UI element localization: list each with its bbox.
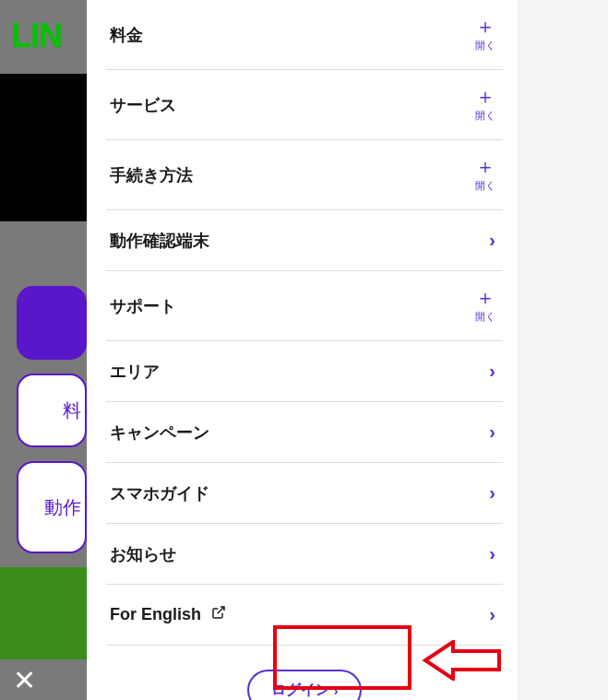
- menu-item-area[interactable]: エリア ›: [106, 341, 503, 402]
- menu-item-label: 動作確認端末: [110, 230, 209, 252]
- menu-item-procedure[interactable]: 手続き方法 ＋ 開く: [106, 140, 503, 210]
- plus-icon: ＋: [475, 157, 495, 177]
- menu-item-devices[interactable]: 動作確認端末 ›: [106, 210, 503, 271]
- menu-item-support[interactable]: サポート ＋ 開く: [106, 271, 503, 341]
- menu-item-service[interactable]: サービス ＋ 開く: [106, 70, 503, 140]
- bg-button-fragment-1: [17, 286, 87, 360]
- menu-item-label: キャンペーン: [110, 421, 209, 444]
- chevron-right-icon: ›: [489, 421, 495, 443]
- expand-label: 開く: [475, 310, 495, 324]
- expand-label: 開く: [475, 39, 495, 53]
- menu-item-smartphone-guide[interactable]: スマホガイド ›: [106, 463, 503, 524]
- menu-item-news[interactable]: お知らせ ›: [106, 524, 503, 585]
- menu-item-label: For English: [110, 605, 226, 625]
- external-link-icon: [211, 605, 226, 624]
- menu-item-campaign[interactable]: キャンペーン ›: [106, 402, 503, 463]
- menu-item-english[interactable]: For English ›: [106, 585, 503, 646]
- backdrop-overlay: LIN 料 動作 ✕: [0, 0, 87, 700]
- nav-menu-panel: 料金 ＋ 開く サービス ＋ 開く 手続き方法 ＋ 開く 動作確認端末 › サポ…: [88, 0, 518, 700]
- menu-item-label: お知らせ: [110, 543, 176, 565]
- login-button[interactable]: ログイン ›: [247, 670, 363, 700]
- menu-item-label: サポート: [110, 295, 176, 317]
- menu-item-label: サービス: [110, 94, 176, 116]
- menu-item-label: 料金: [110, 24, 143, 46]
- menu-item-label: スマホガイド: [110, 482, 209, 504]
- chevron-right-icon: ›: [489, 482, 495, 504]
- plus-icon: ＋: [475, 17, 495, 37]
- plus-icon: ＋: [475, 87, 495, 107]
- close-menu-button[interactable]: ✕: [13, 667, 36, 694]
- brand-logo-fragment: LIN: [0, 0, 87, 55]
- expand-label: 開く: [475, 179, 495, 193]
- bg-button-fragment-3: 動作: [17, 461, 87, 553]
- menu-item-label: 手続き方法: [110, 164, 193, 186]
- bg-green-fragment: [0, 567, 87, 659]
- login-label: ログイン: [271, 681, 330, 700]
- chevron-right-icon: ›: [489, 604, 495, 625]
- bg-button-fragment-2: 料: [17, 374, 87, 447]
- svg-line-0: [218, 607, 224, 613]
- plus-icon: ＋: [475, 288, 495, 308]
- close-icon: ✕: [13, 667, 36, 694]
- chevron-right-icon: ›: [489, 230, 495, 251]
- menu-item-pricing[interactable]: 料金 ＋ 開く: [106, 0, 503, 70]
- chevron-right-icon: ›: [334, 683, 339, 698]
- chevron-right-icon: ›: [489, 543, 495, 564]
- chevron-right-icon: ›: [489, 361, 495, 382]
- expand-label: 開く: [475, 109, 495, 123]
- bg-hero-fragment: [0, 74, 87, 221]
- menu-item-label: エリア: [110, 361, 160, 383]
